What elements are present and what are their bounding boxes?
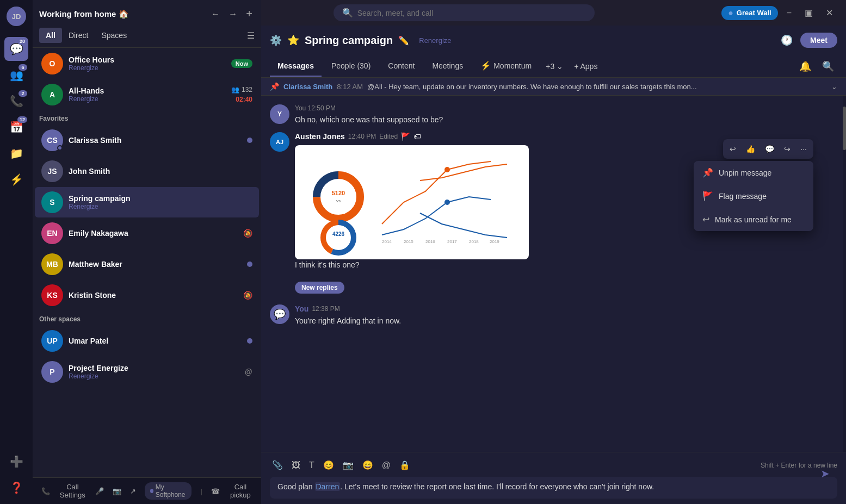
minimize-button[interactable]: − (782, 6, 796, 20)
meet-button[interactable]: Meet (800, 33, 837, 48)
channel-item-all-hands[interactable]: A All-Hands Renergize 👥 132 02:40 (35, 79, 259, 110)
channel-info-umar-patel: Umar Patel (69, 337, 242, 345)
call-settings-button[interactable]: Call Settings (59, 483, 87, 499)
channel-item-office-hours[interactable]: O Office Hours Renergize Now (35, 48, 259, 79)
tab-all[interactable]: All (39, 28, 62, 43)
tab-spaces[interactable]: Spaces (95, 28, 133, 43)
ctx-unpin[interactable]: 📌 Unpin message (694, 161, 813, 184)
sidebar-icon-calendar[interactable]: 📅 12 (4, 115, 28, 139)
softphone-badge[interactable]: My Softphone (145, 482, 192, 500)
svg-text:vs: vs (336, 198, 341, 203)
ctx-unread[interactable]: ↩ Mark as unread for me (694, 208, 813, 231)
gif-button[interactable]: 🖼 (289, 458, 302, 472)
message-sender-3: You (295, 304, 308, 313)
channel-avatar-spring-campaign: S (41, 191, 63, 213)
mute-icon-emily-nakagawa: 🔕 (243, 229, 252, 238)
team-badge: 6 (18, 64, 27, 71)
close-button[interactable]: ✕ (822, 5, 837, 20)
channel-info-clarissa-smith: Clarissa Smith (69, 136, 242, 145)
star-icon[interactable]: ⭐ (287, 34, 299, 46)
channel-item-kristin-stone[interactable]: KS Kristin Stone 🔕 (35, 280, 259, 310)
svg-text:2018: 2018 (469, 239, 479, 244)
sidebar-icon-help[interactable]: ❓ (4, 476, 28, 500)
tab-content[interactable]: Content (380, 56, 422, 77)
sidebar-icon-apps[interactable]: ⚡ (4, 167, 28, 191)
channel-item-clarissa-smith[interactable]: CS Clarissa Smith (35, 125, 259, 155)
message-text-2: I think it's this one? (295, 259, 837, 271)
attach-button[interactable]: 📎 (270, 458, 285, 472)
edit-icon[interactable]: ✏️ (398, 35, 409, 46)
add-button[interactable]: + (244, 5, 255, 22)
back-button[interactable]: ← (209, 7, 222, 21)
history-button[interactable]: 🕐 (777, 31, 796, 49)
tab-messages[interactable]: Messages (270, 56, 322, 77)
channel-item-spring-campaign[interactable]: S Spring campaign Renergize (35, 187, 259, 217)
sidebar-icon-avatar[interactable]: JD (4, 4, 28, 28)
lock-button[interactable]: 🔒 (397, 458, 412, 472)
channel-dot-matthew-baker (247, 262, 252, 267)
reply-button[interactable]: ↪ (780, 141, 795, 157)
mention-button[interactable]: @ (380, 458, 393, 472)
react-button[interactable]: ↩ (725, 141, 740, 157)
tabs-actions: 🔔 🔍 (796, 57, 837, 76)
channel-item-matthew-baker[interactable]: MB Matthew Baker (35, 249, 259, 279)
send-button[interactable]: ➤ (820, 467, 830, 480)
format-button[interactable]: T (307, 458, 317, 472)
channel-avatar-kristin-stone: KS (41, 284, 63, 306)
forward-button[interactable]: → (226, 7, 239, 21)
tab-meetings[interactable]: Meetings (424, 56, 471, 77)
channel-item-umar-patel[interactable]: UP Umar Patel (35, 326, 259, 356)
announcement-bar[interactable]: 📌 Clarissa Smith 8:12 AM @All - Hey team… (261, 78, 846, 96)
channel-avatar-project-energize: P (41, 361, 63, 383)
filter-button[interactable]: ☰ (247, 30, 255, 41)
sidebar-icon-team[interactable]: 👥 6 (4, 63, 28, 87)
channel-name-umar-patel: Umar Patel (69, 337, 242, 345)
search-input[interactable] (357, 9, 586, 17)
channel-item-project-energize[interactable]: P Project Energize Renergize @ (35, 357, 259, 387)
tab-momentum[interactable]: ⚡Momentum (473, 55, 539, 77)
like-button[interactable]: 👍 (742, 141, 759, 157)
search-bar[interactable]: 🔍 (334, 4, 595, 21)
scrollbar-thumb[interactable] (843, 107, 846, 150)
unread-icon: ↩ (702, 214, 709, 225)
channel-avatar-john-smith: JS (41, 160, 63, 182)
emoji-button[interactable]: 😊 (321, 458, 336, 472)
quote-button[interactable]: 💬 (761, 141, 779, 157)
search-channel-button[interactable]: 🔍 (819, 57, 837, 76)
composer-toolbar: 📎 🖼 T 😊 📷 😄 @ 🔒 Shift + Enter for a new … (270, 458, 837, 472)
camera-button[interactable]: 📷 (341, 458, 356, 472)
channel-name-emily-nakagawa: Emily Nakagawa (69, 229, 238, 238)
channel-right-kristin-stone: 🔕 (243, 291, 252, 300)
tabs-more-button[interactable]: +3 ⌄ (541, 57, 567, 76)
channel-name-clarissa-smith: Clarissa Smith (69, 136, 242, 145)
sidebar-icon-calls[interactable]: 📞 2 (4, 89, 28, 113)
channel-name-office-hours: Office Hours (69, 55, 226, 64)
calls-badge: 2 (18, 90, 27, 97)
notification-button[interactable]: 🔔 (796, 57, 814, 76)
tabs-add-button[interactable]: + Apps (570, 57, 602, 76)
sticker-button[interactable]: 😄 (360, 458, 375, 472)
maximize-button[interactable]: ▣ (800, 5, 817, 20)
more-button[interactable]: ··· (796, 141, 811, 157)
channel-name-kristin-stone: Kristin Stone (69, 291, 238, 300)
message-sender-time-1: You 12:50 PM (295, 104, 336, 112)
sidebar-icon-chat[interactable]: 💬 20 (4, 37, 28, 61)
channel-avatar-matthew-baker: MB (41, 253, 63, 275)
sidebar-icon-add-space[interactable]: ➕ (4, 450, 28, 474)
sidebar-icon-files[interactable]: 📁 (4, 141, 28, 165)
ctx-flag[interactable]: 🚩 Flag message (694, 184, 813, 208)
call-pickup-button[interactable]: Call pickup (229, 483, 252, 499)
svg-text:4226: 4226 (332, 231, 345, 237)
channel-item-john-smith[interactable]: JS John Smith (35, 156, 259, 186)
ctx-unpin-label: Unpin message (719, 169, 771, 177)
composer-input[interactable]: Good plan Darren. Let's meet to review t… (270, 477, 837, 499)
channel-item-emily-nakagawa[interactable]: EN Emily Nakagawa 🔕 (35, 218, 259, 248)
announcement-time: 8:12 AM (337, 83, 363, 91)
channel-sub-spring-campaign: Renergize (69, 203, 252, 210)
tab-people[interactable]: People (30) (324, 56, 378, 77)
tab-direct[interactable]: Direct (62, 28, 95, 43)
settings-icon[interactable]: ⚙️ (270, 34, 282, 46)
section-favorites: Favorites (33, 110, 261, 125)
announcement-expand-button[interactable]: ⌄ (831, 83, 837, 91)
message-meta-1: You 12:50 PM (295, 104, 837, 112)
